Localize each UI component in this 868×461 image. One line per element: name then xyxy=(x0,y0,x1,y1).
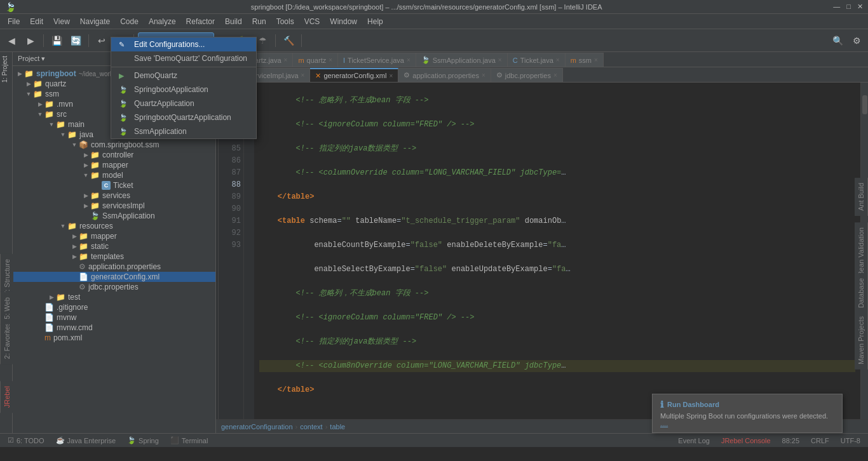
menu-build[interactable]: Build xyxy=(220,16,247,27)
springboot-app-item[interactable]: 🍃 SpringbootApplication xyxy=(111,83,256,97)
tab-quartz[interactable]: m quartz × xyxy=(293,53,338,67)
menu-file[interactable]: File xyxy=(3,16,25,27)
bottom-tab-java-enterprise[interactable]: ☕ Java Enterprise xyxy=(51,435,121,446)
tree-item-res-mapper[interactable]: ▶ 📁 mapper xyxy=(13,231,215,241)
menu-window[interactable]: Window xyxy=(325,16,362,27)
tree-item-resources[interactable]: ▼ 📁 resources xyxy=(13,221,215,231)
search-button[interactable]: 🔍 xyxy=(829,32,846,50)
bean-validation-tab[interactable]: Bean Validation xyxy=(855,222,868,281)
tree-item-mvnw-cmd[interactable]: 📄 mvnw.cmd xyxy=(13,323,215,333)
forward-button[interactable]: ▶ xyxy=(22,32,39,50)
tree-item-gitignore[interactable]: 📄 .gitignore xyxy=(13,302,215,312)
menu-refactor[interactable]: Refactor xyxy=(181,16,220,27)
save-configuration-item[interactable]: Save 'DemoQuartz' Configuration xyxy=(111,51,256,65)
tab-ssmapp-close[interactable]: × xyxy=(498,57,502,63)
menu-code[interactable]: Code xyxy=(115,16,144,27)
synchronize-button[interactable]: 🔄 xyxy=(67,32,85,50)
tree-item-ticket[interactable]: C Ticket xyxy=(13,180,215,190)
tab-generatorconfig-close[interactable]: × xyxy=(389,72,393,79)
tab-jdbc-props[interactable]: ⚙ jdbc.properties × xyxy=(491,68,563,82)
tab-ssm-label: ssm xyxy=(579,57,592,64)
tree-item-app-props[interactable]: ⚙ application.properties xyxy=(13,262,215,272)
tab-ticketimpl-close[interactable]: × xyxy=(301,72,305,79)
status-encoding[interactable]: UTF-8 xyxy=(836,436,865,446)
menu-analyze[interactable]: Analyze xyxy=(144,16,181,27)
save-all-button[interactable]: 💾 xyxy=(48,32,65,50)
minimize-button[interactable]: — xyxy=(833,3,840,11)
build-button[interactable]: 🔨 xyxy=(280,32,297,50)
undo-button[interactable]: ↩ xyxy=(93,32,111,50)
tab-demoquartz-close[interactable]: × xyxy=(284,57,288,63)
code-editor[interactable]: <!-- 忽略列，不生成bean 字段 --> <!-- <ignoreColu… xyxy=(254,83,860,419)
tree-item-services[interactable]: ▶ 📁 services xyxy=(13,190,215,201)
tab-jdbcprops-close[interactable]: × xyxy=(553,72,557,79)
bc-table[interactable]: table xyxy=(330,423,345,431)
bottom-tab-todo[interactable]: ☑ 6: TODO xyxy=(3,435,50,446)
tab-ssm-close[interactable]: × xyxy=(594,57,598,63)
tree-item-mapper[interactable]: ▶ 📁 mapper xyxy=(13,160,215,170)
status-line-sep[interactable]: CRLF xyxy=(806,436,834,446)
menu-tools[interactable]: Tools xyxy=(271,16,299,27)
jrebel-side-tab[interactable]: JRebel xyxy=(0,381,13,413)
back-button[interactable]: ◀ xyxy=(3,32,20,50)
run-dashboard-link[interactable]: .... xyxy=(660,420,668,427)
tree-item-static[interactable]: ▶ 📁 static xyxy=(13,241,215,251)
tree-item-ssmapp[interactable]: 🍃 SsmApplication xyxy=(13,211,215,221)
tree-item-generator-config[interactable]: 📄 generatorConfig.xml xyxy=(13,272,215,282)
menu-view[interactable]: View xyxy=(48,16,75,27)
tab-ssm[interactable]: m ssm × xyxy=(566,53,604,67)
maven-projects-tab[interactable]: Maven Projects xyxy=(855,311,868,370)
tab-ticket-close[interactable]: × xyxy=(556,57,560,63)
tree-item-pom[interactable]: m pom.xml xyxy=(13,333,215,343)
tab-generatorconfig[interactable]: ✕ generatorConfig.xml × xyxy=(310,68,398,82)
menu-navigate[interactable]: Navigate xyxy=(75,16,115,27)
settings-button[interactable]: ⚙ xyxy=(848,32,865,50)
bottom-tab-terminal[interactable]: ⬛ Terminal xyxy=(165,435,214,446)
maximize-button[interactable]: □ xyxy=(846,3,851,11)
edit-configurations-item[interactable]: ✎ Edit Configurations... xyxy=(111,37,256,51)
tree-item-mvnw[interactable]: 📄 mvnw xyxy=(13,312,215,323)
menu-vcs[interactable]: VCS xyxy=(299,16,325,27)
tree-item-package[interactable]: ▼ 📦 com.springboot.ssm xyxy=(13,140,215,150)
ssm-app-item[interactable]: 🍃 SsmApplication xyxy=(111,124,256,138)
tab-application-props-label: application.properties xyxy=(412,72,479,79)
tab-ticket[interactable]: C Ticket.java × xyxy=(508,53,566,67)
demoquartz-config-item[interactable]: ▶ DemoQuartz xyxy=(111,69,256,83)
tab-ticketservice[interactable]: I TicketService.java × xyxy=(338,53,416,67)
menu-edit[interactable]: Edit xyxy=(25,16,48,27)
menu-run[interactable]: Run xyxy=(247,16,271,27)
ssmapp-label: SsmApplication xyxy=(102,211,155,220)
tree-item-templates[interactable]: ▶ 📁 templates xyxy=(13,251,215,262)
ant-build-tab[interactable]: Ant Build xyxy=(855,178,868,216)
gitignore-label: .gitignore xyxy=(57,303,88,312)
web-side-tab[interactable]: 5: Web xyxy=(0,292,13,324)
bc-generator-config[interactable]: generatorConfiguration xyxy=(221,423,293,431)
tab-ticketservice-close[interactable]: × xyxy=(407,57,410,63)
tree-arrow-resources: ▼ xyxy=(58,223,67,229)
right-scrollbar[interactable] xyxy=(862,95,867,114)
tree-item-test[interactable]: ▶ 📁 test xyxy=(13,292,215,302)
tree-arrow-mapper: ▶ xyxy=(81,162,90,168)
close-button[interactable]: ✕ xyxy=(857,3,863,11)
model-label: model xyxy=(102,171,123,180)
quartz-app-item[interactable]: 🍃 QuartzApplication xyxy=(111,97,256,110)
tab-application-props[interactable]: ⚙ application.properties × xyxy=(398,68,491,82)
app-props-label: application.properties xyxy=(88,262,161,271)
sidebar-tab-project[interactable]: 1: Project xyxy=(0,52,12,86)
tab-quartz-close[interactable]: × xyxy=(329,57,332,63)
tree-item-controller[interactable]: ▶ 📁 controller xyxy=(13,150,215,160)
bottom-tab-event-log[interactable]: Event Log xyxy=(673,436,715,446)
springboot-quartz-item[interactable]: 🍃 SpringbootQuartzApplication xyxy=(111,110,256,124)
tab-appprops-close[interactable]: × xyxy=(482,72,485,79)
bc-context[interactable]: context xyxy=(300,423,322,431)
bottom-tab-spring[interactable]: 🍃 Spring xyxy=(122,435,164,446)
favorites-side-tab[interactable]: 2: Favorites xyxy=(0,317,13,364)
database-tab[interactable]: Database xyxy=(855,273,868,313)
menu-help[interactable]: Help xyxy=(362,16,388,27)
tree-item-model[interactable]: ▼ 📁 model xyxy=(13,170,215,180)
bottom-tab-jrebel[interactable]: JRebel Console xyxy=(716,436,776,446)
tab-ssmapplication[interactable]: 🍃 SsmApplication.java × xyxy=(416,53,508,67)
tree-item-servicesimpl[interactable]: ▶ 📁 servicesImpl xyxy=(13,201,215,211)
mvn-folder-icon: 📁 xyxy=(44,100,54,109)
tree-item-jdbc-props[interactable]: ⚙ jdbc.properties xyxy=(13,282,215,292)
